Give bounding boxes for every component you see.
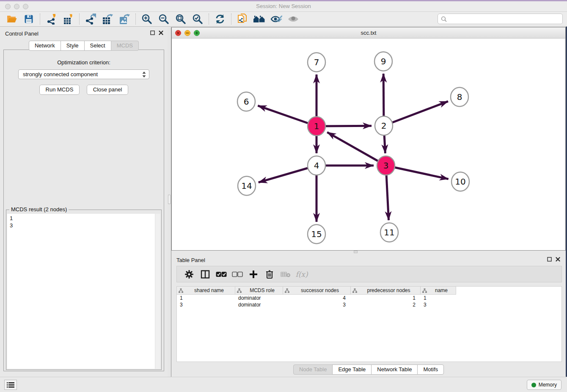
zoom-out-icon[interactable] (155, 13, 172, 25)
table-row[interactable]: 1dominator411 (177, 295, 561, 301)
node-7[interactable]: 7 (308, 53, 325, 72)
cell-shared-name[interactable]: 3 (177, 301, 235, 308)
control-panel: Control Panel NetworkStyleSelectMCDS Opt… (0, 27, 168, 377)
tab-select[interactable]: Select (84, 41, 111, 51)
cell-predecessor-nodes[interactable]: 2 (351, 301, 421, 308)
result-scrollbar[interactable] (155, 214, 160, 369)
float-panel-icon[interactable] (150, 30, 155, 35)
cell-name[interactable]: 1 (421, 295, 456, 301)
zoom-selected-icon[interactable] (189, 13, 206, 25)
add-column-icon[interactable] (245, 268, 261, 281)
open-folder-icon[interactable] (3, 13, 20, 25)
node-table[interactable]: shared nameMCDS rolesuccessor nodesprede… (176, 286, 562, 362)
cell-predecessor-nodes[interactable]: 1 (351, 295, 421, 301)
toolbar-separator (135, 14, 136, 25)
zoom-fit-icon[interactable] (172, 13, 189, 25)
svg-text:3: 3 (383, 160, 389, 171)
cell-MCDS-role[interactable]: dominator (235, 301, 283, 308)
node-9[interactable]: 9 (374, 52, 392, 71)
refresh-icon[interactable] (212, 13, 228, 25)
edge-3-10[interactable] (386, 166, 449, 179)
column-type-icon (422, 288, 427, 293)
node-2[interactable]: 2 (375, 116, 393, 135)
settings-gear-icon[interactable] (181, 268, 197, 281)
memory-button[interactable]: Memory (527, 380, 561, 390)
search-field[interactable] (438, 14, 563, 24)
edge-2-8[interactable] (384, 101, 448, 126)
tab-edge-table[interactable]: Edge Table (332, 364, 372, 375)
show-all-icon[interactable] (285, 13, 302, 25)
tab-mcds[interactable]: MCDS (111, 41, 139, 51)
run-mcds-button[interactable]: Run MCDS (39, 85, 80, 95)
deselect-all-rows-icon[interactable] (229, 268, 245, 281)
column-header-MCDS-role[interactable]: MCDS role (235, 287, 283, 295)
close-panel-icon[interactable] (159, 30, 163, 35)
svg-text:7: 7 (314, 57, 319, 67)
tab-network[interactable]: Network (29, 41, 61, 51)
search-input[interactable] (449, 16, 562, 22)
select-all-rows-icon[interactable] (213, 268, 229, 281)
float-panel-icon[interactable] (547, 257, 552, 262)
control-panel-title: Control Panel (5, 30, 39, 37)
column-header-successor-nodes[interactable]: successor nodes (283, 287, 351, 295)
cell-MCDS-role[interactable]: dominator (235, 295, 283, 301)
table-panel: Table Panel f(x) shared n (171, 254, 566, 377)
svg-text:14: 14 (241, 181, 252, 191)
mcds-result-textarea[interactable]: 1 3 (7, 214, 160, 369)
tab-motifs[interactable]: Motifs (417, 364, 444, 375)
column-visibility-icon[interactable] (197, 268, 213, 281)
network-view-window: scc.txt 7968124314101511 (171, 27, 566, 251)
first-neighbors-icon[interactable] (251, 13, 268, 25)
column-header-shared-name[interactable]: shared name (177, 287, 235, 295)
import-table-icon[interactable] (60, 13, 77, 25)
window-title: Session: New Session (0, 3, 567, 9)
list-icon (7, 382, 14, 388)
import-network-icon[interactable] (43, 13, 60, 25)
svg-text:9: 9 (381, 56, 386, 66)
tab-node-table[interactable]: Node Table (293, 364, 333, 375)
toolbar-separator (209, 14, 209, 25)
node-3[interactable]: 3 (377, 156, 395, 175)
export-image-icon[interactable] (116, 13, 133, 25)
tab-network-table[interactable]: Network Table (371, 364, 418, 375)
divider-handle[interactable] (168, 195, 171, 204)
cell-shared-name[interactable]: 1 (177, 295, 235, 301)
column-header-predecessor-nodes[interactable]: predecessor nodes (351, 287, 421, 295)
zoom-in-icon[interactable] (138, 13, 155, 25)
node-1[interactable]: 1 (308, 117, 325, 136)
horizontal-split-divider[interactable] (171, 251, 566, 254)
optimization-criterion-select[interactable]: strongly connected component (18, 69, 149, 79)
divider-handle[interactable] (354, 251, 358, 253)
column-type-icon (352, 288, 357, 293)
network-file-icon[interactable] (234, 13, 251, 25)
node-4[interactable]: 4 (308, 156, 325, 175)
node-14[interactable]: 14 (238, 177, 256, 196)
close-panel-button[interactable]: Close panel (87, 85, 129, 95)
export-table-icon[interactable] (99, 13, 116, 25)
hide-selected-icon[interactable] (268, 13, 285, 25)
node-11[interactable]: 11 (380, 223, 398, 242)
cell-name[interactable]: 3 (421, 301, 456, 308)
column-type-icon (237, 288, 242, 293)
task-history-button[interactable] (4, 380, 17, 390)
column-header-name[interactable]: name (421, 287, 456, 295)
vertical-split-divider[interactable] (168, 27, 171, 377)
edge-3-1[interactable] (327, 132, 386, 166)
node-15[interactable]: 15 (308, 225, 325, 244)
cell-successor-nodes[interactable]: 3 (283, 301, 351, 308)
table-row[interactable]: 3dominator323 (177, 301, 561, 308)
node-8[interactable]: 8 (451, 88, 468, 107)
svg-text:4: 4 (314, 160, 319, 171)
node-6[interactable]: 6 (237, 92, 255, 111)
export-network-icon[interactable] (82, 13, 99, 25)
delete-column-icon[interactable] (261, 268, 278, 281)
node-10[interactable]: 10 (451, 172, 469, 191)
network-canvas[interactable]: 7968124314101511 (172, 39, 565, 250)
tab-style[interactable]: Style (61, 41, 85, 51)
close-panel-icon[interactable] (556, 257, 560, 262)
mcds-result-text: 1 3 (7, 214, 155, 369)
mcds-result-group: MCDS result (2 nodes) 1 3 (6, 210, 162, 370)
save-icon[interactable] (20, 13, 37, 25)
cell-successor-nodes[interactable]: 4 (283, 295, 351, 301)
network-window-titlebar: scc.txt (172, 28, 565, 39)
